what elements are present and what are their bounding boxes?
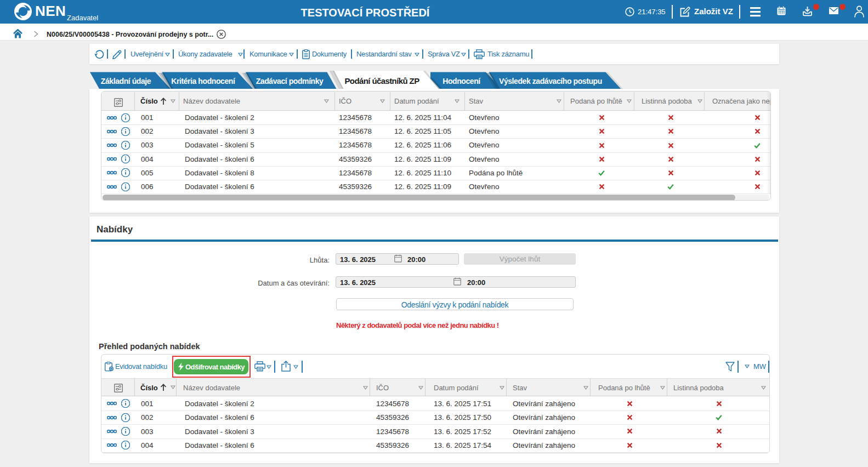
svg-text:Zadávací podmínky: Zadávací podmínky [256, 77, 324, 86]
svg-text:Hodnocení: Hodnocení [442, 77, 481, 86]
svg-text:Výsledek zadávacího postupu: Výsledek zadávacího postupu [499, 77, 602, 86]
svg-text:Základní údaje: Základní údaje [101, 77, 151, 86]
svg-text:Podání účastníků ZP: Podání účastníků ZP [344, 76, 419, 86]
svg-text:Kritéria hodnocení: Kritéria hodnocení [171, 77, 236, 86]
